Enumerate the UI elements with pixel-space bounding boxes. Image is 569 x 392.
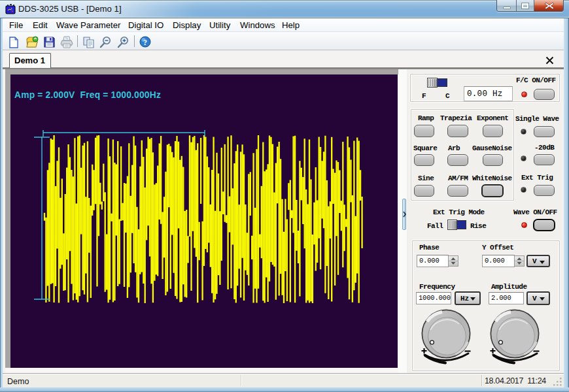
- svg-text:?: ?: [143, 38, 147, 47]
- svg-text:Amp = 2.000V Freq = 1000.000H: Amp = 2.000V Freq = 1000.000Hz: [14, 90, 161, 100]
